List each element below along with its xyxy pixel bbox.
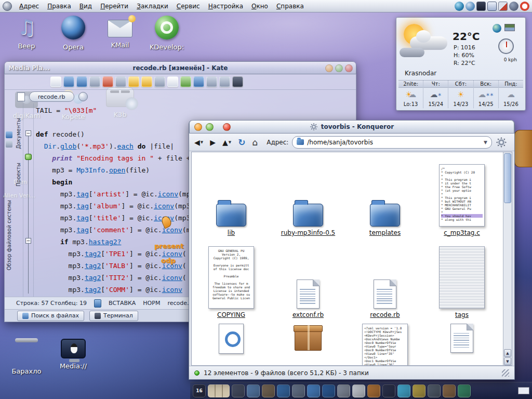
- up-button[interactable]: ▲▼: [221, 138, 232, 147]
- panel-contact-icon[interactable]: [337, 384, 350, 397]
- back-button[interactable]: ◀▼: [193, 138, 204, 147]
- desktop-icon-kmail[interactable]: KMail: [97, 16, 143, 51]
- file-item[interactable]: [193, 321, 270, 365]
- file-item-recode.rb[interactable]: recode.rb: [347, 238, 423, 321]
- mixer-icon[interactable]: [509, 2, 518, 11]
- file-item-COPYING[interactable]: GNU GENERAL PUVersion 2,Copyright (C) 19…: [193, 238, 270, 321]
- panel-monitor-icon[interactable]: [397, 384, 410, 397]
- panel-camera-icon[interactable]: [232, 384, 245, 397]
- file-item[interactable]: [270, 321, 347, 365]
- display-icon[interactable]: [487, 2, 497, 11]
- filesystem-browser-tab[interactable]: Обзор файловой системы: [6, 200, 12, 270]
- file-item-tags[interactable]: tags: [423, 238, 500, 321]
- file-item[interactable]: <?xml version = '1.0<!DOCTYPE KDevPrjSes…: [347, 321, 423, 365]
- find-icon[interactable]: [193, 76, 204, 87]
- resize-grip[interactable]: [502, 369, 509, 377]
- open-file-icon[interactable]: [63, 76, 74, 87]
- menu-item-4[interactable]: Закладки: [132, 1, 172, 11]
- kde-gear-icon[interactable]: [466, 2, 475, 11]
- file-item-lib[interactable]: lib: [193, 156, 270, 238]
- scroll-up-button[interactable]: ▲: [504, 349, 511, 357]
- pager-applet[interactable]: [518, 387, 529, 394]
- address-bar[interactable]: ▼: [292, 136, 492, 149]
- desktop-icon-beep[interactable]: ♫Beep: [3, 16, 50, 51]
- panel-hide-handle[interactable]: [514, 130, 532, 167]
- go-down-icon[interactable]: [219, 76, 230, 87]
- tab-recode-rb[interactable]: recode.rb: [29, 91, 74, 102]
- menu-item-2[interactable]: Вид: [75, 1, 96, 11]
- fold-marker[interactable]: −: [25, 130, 31, 136]
- menu-item-8[interactable]: Справка: [272, 1, 308, 11]
- redo-icon[interactable]: [141, 76, 152, 87]
- home-button[interactable]: ⌂: [251, 138, 259, 147]
- kate-titlebar[interactable]: recode.rb [изменён] - Kate: [4, 61, 356, 74]
- menu-item-7[interactable]: Окно: [247, 1, 272, 11]
- minimize-button[interactable]: [194, 123, 202, 131]
- save-as-icon[interactable]: [89, 76, 100, 87]
- globe-icon[interactable]: [493, 24, 501, 33]
- desktop-icon-opera[interactable]: Opera: [50, 16, 97, 51]
- address-input[interactable]: [307, 139, 481, 146]
- panel-stamps-icon[interactable]: [208, 384, 230, 397]
- menu-item-1[interactable]: Правка: [43, 1, 75, 11]
- panel-globe-icon[interactable]: [277, 384, 290, 397]
- scrollbar-thumb[interactable]: [504, 153, 511, 203]
- print-icon[interactable]: [115, 76, 126, 87]
- forward-button[interactable]: ▶: [209, 138, 217, 147]
- undo-icon[interactable]: [128, 76, 139, 87]
- paste-icon[interactable]: [180, 76, 191, 87]
- new-file-icon[interactable]: [50, 76, 61, 87]
- desktop-icon-kdevelop[interactable]: KDevelop:: [143, 16, 190, 51]
- file-item-templates[interactable]: templates: [347, 156, 423, 238]
- file-item[interactable]: [423, 321, 500, 365]
- chevron-down-icon[interactable]: ▼: [484, 140, 487, 145]
- documents-tool-icon[interactable]: [6, 131, 12, 138]
- side-tab-0[interactable]: Документы: [16, 118, 21, 149]
- panel-settings-icon[interactable]: [428, 384, 441, 397]
- panel-calendar-icon[interactable]: 16: [193, 384, 206, 397]
- search-tool-button[interactable]: Поиск в файлах: [17, 311, 84, 321]
- clock-icon[interactable]: [520, 2, 529, 11]
- desktop-icon-trash[interactable]: Барахло: [3, 339, 50, 375]
- panel-terminal-icon[interactable]: [382, 384, 395, 397]
- klipper-icon[interactable]: [498, 2, 508, 11]
- save-icon[interactable]: [76, 76, 87, 87]
- scroll-down-button[interactable]: ▼: [504, 357, 511, 365]
- menu-item-5[interactable]: Сервис: [172, 1, 204, 11]
- panel-letter-icon[interactable]: [352, 384, 365, 397]
- file-item-c_mp3tag.c[interactable]: /* * Copyright (C) 20 * * This program i…: [423, 156, 500, 238]
- panel-mail-icon[interactable]: [247, 384, 260, 397]
- panel-help-icon[interactable]: [413, 384, 425, 397]
- kate-gutter[interactable]: −−: [23, 103, 34, 297]
- file-item-extconf.rb[interactable]: extconf.rb: [270, 238, 347, 321]
- copy-icon[interactable]: [167, 76, 178, 87]
- maximize-button[interactable]: [206, 123, 214, 131]
- panel-archive-icon[interactable]: [443, 384, 456, 397]
- fold-marker[interactable]: −: [25, 238, 31, 244]
- filesystem-tool-icon[interactable]: [6, 141, 12, 148]
- world-clock-icon[interactable]: [455, 2, 464, 11]
- menu-item-6[interactable]: Настройка: [204, 1, 247, 11]
- cut-icon[interactable]: [154, 76, 165, 87]
- close-doc-icon[interactable]: [102, 76, 113, 87]
- go-up-icon[interactable]: [206, 76, 217, 87]
- vertical-scrollbar[interactable]: ▲ ▼: [503, 152, 512, 365]
- close-button[interactable]: [223, 123, 231, 131]
- panel-gear-icon[interactable]: [292, 384, 305, 397]
- configure-icon[interactable]: [232, 76, 243, 87]
- side-tab-1[interactable]: Проекты: [16, 163, 21, 187]
- reload-button[interactable]: ↻: [237, 138, 246, 147]
- screen-saver-icon[interactable]: [476, 2, 486, 11]
- tab-list-button[interactable]: [78, 92, 88, 101]
- close-button[interactable]: [345, 64, 353, 72]
- panel-home-icon[interactable]: [458, 384, 471, 397]
- menu-item-0[interactable]: Адрес: [15, 1, 43, 11]
- desktop-icon-media[interactable]: Media://: [50, 339, 97, 375]
- panel-package-icon[interactable]: [367, 384, 380, 397]
- menu-item-3[interactable]: Перейти: [96, 1, 132, 11]
- maximize-button[interactable]: [335, 64, 343, 72]
- panel-folder-icon[interactable]: [322, 384, 335, 397]
- minimize-button[interactable]: [325, 64, 333, 72]
- panel-konqueror-icon[interactable]: [307, 384, 320, 397]
- file-item-ruby-mp3info-0.5[interactable]: ruby-mp3info-0.5: [270, 156, 347, 238]
